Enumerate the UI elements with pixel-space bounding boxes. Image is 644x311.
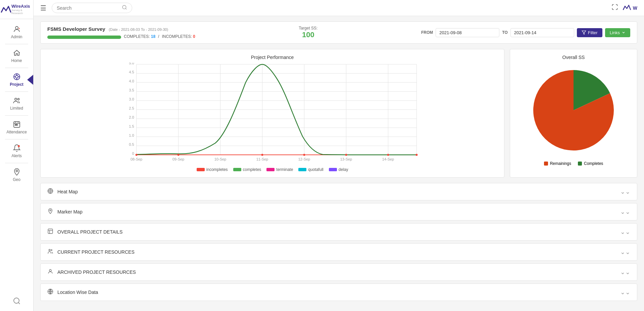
sidebar-divider-4	[5, 115, 28, 116]
svg-point-54	[303, 154, 305, 156]
logo-tagline: Survey & Research	[11, 9, 33, 15]
pie-legend: Remainings Completes	[544, 161, 603, 166]
archived-chevron[interactable]: ⌄	[620, 268, 630, 276]
filter-button[interactable]: Filter	[577, 28, 602, 37]
svg-text:4.0: 4.0	[129, 79, 134, 83]
overall-project-label: OVERALL PROJECT DETAILS	[57, 229, 122, 235]
svg-point-16	[16, 170, 17, 172]
target-value: 100	[299, 30, 317, 39]
svg-text:0.5: 0.5	[129, 142, 134, 146]
sidebar-label-attendance: Attendance	[6, 130, 27, 134]
svg-point-55	[345, 154, 347, 156]
main-content: ☰ W	[34, 0, 644, 311]
svg-rect-13	[15, 124, 16, 125]
svg-text:14-Sep: 14-Sep	[382, 157, 394, 161]
pie-chart-card: Overall SS	[510, 49, 637, 178]
heat-map-label: Heat Map	[57, 189, 78, 194]
incompletes-label: INCOMPLETES: 0	[162, 34, 195, 39]
search-input[interactable]	[57, 5, 120, 11]
sidebar-item-limited[interactable]: Limited	[0, 93, 33, 114]
links-button[interactable]: Links	[605, 28, 630, 37]
sidebar-label-home: Home	[11, 58, 22, 63]
alerts-icon	[13, 144, 21, 152]
completes-label: COMPLETES: 18	[124, 34, 155, 39]
sidebar-item-extra[interactable]	[0, 294, 33, 308]
legend-terminate-label: terminate	[276, 167, 293, 172]
archived-resources-icon	[47, 268, 53, 276]
svg-point-15	[18, 145, 20, 147]
sidebar-divider-5	[5, 139, 28, 139]
logo-name: WireAxis	[11, 4, 33, 9]
sidebar-item-admin[interactable]: Admin	[0, 22, 33, 43]
svg-point-56	[387, 154, 389, 156]
svg-rect-14	[16, 124, 17, 125]
marker-map-chevron[interactable]: ⌄	[620, 208, 630, 215]
quotafull-color	[298, 168, 306, 171]
overall-chevron[interactable]: ⌄	[620, 228, 630, 236]
svg-text:3.0: 3.0	[129, 97, 134, 101]
target-label: Target SS:	[299, 26, 317, 30]
charts-row: Project Performance .axis-label { font-s…	[40, 49, 637, 178]
svg-text:3.5: 3.5	[129, 88, 134, 92]
project-icon	[13, 73, 21, 81]
section-current-resources[interactable]: CURRENT PROJECT RESOURCES ⌄	[40, 243, 637, 261]
section-marker-map[interactable]: Marker Map ⌄	[40, 203, 637, 221]
legend-delay: delay	[329, 167, 348, 172]
from-date-input[interactable]	[436, 28, 499, 37]
marker-map-label: Marker Map	[57, 209, 83, 214]
svg-text:11-Sep: 11-Sep	[256, 157, 268, 161]
svg-point-1	[15, 75, 18, 78]
location-wise-icon	[47, 289, 53, 296]
survey-header: FSMS Developer Survey (Date - 2021-08-03…	[40, 21, 637, 44]
to-date-input[interactable]	[510, 28, 574, 37]
survey-progress-bar	[47, 36, 121, 39]
svg-point-77	[51, 250, 52, 251]
svg-point-18	[122, 5, 126, 9]
heat-map-chevron[interactable]: ⌄	[620, 188, 630, 195]
current-resources-chevron[interactable]: ⌄	[620, 248, 630, 256]
svg-text:4.5: 4.5	[129, 70, 134, 74]
geo-icon	[13, 168, 21, 176]
search-icon[interactable]	[122, 5, 127, 11]
remainings-dot	[544, 162, 548, 166]
section-archived-resources[interactable]: ARCHIVED PROJECT RESOURCES ⌄	[40, 263, 637, 281]
svg-point-72	[50, 210, 51, 211]
svg-point-0	[15, 26, 18, 29]
completes-label: Completes	[584, 161, 603, 166]
section-overall-project[interactable]: OVERALL PROJECT DETAILS ⌄	[40, 223, 637, 241]
chart-container: .axis-label { font-size: 11px; fill: #99…	[46, 63, 499, 165]
section-heat-map[interactable]: Heat Map ⌄	[40, 183, 637, 200]
sidebar-label-admin: Admin	[11, 35, 22, 39]
svg-text:13-Sep: 13-Sep	[340, 157, 352, 161]
legend-delay-label: delay	[339, 167, 348, 172]
sidebar-item-project[interactable]: Project	[0, 69, 33, 90]
line-chart-svg: .axis-label { font-size: 11px; fill: #99…	[46, 63, 499, 163]
section-location-wise[interactable]: Location Wise Data ⌄	[40, 284, 637, 301]
sidebar-divider-6	[5, 163, 28, 163]
chart-title: Project Performance	[46, 55, 499, 60]
fullscreen-icon[interactable]	[611, 4, 618, 12]
survey-info: FSMS Developer Survey (Date - 2021-08-03…	[47, 26, 195, 39]
delay-color	[329, 168, 337, 171]
sidebar-item-alerts[interactable]: Alerts	[0, 141, 33, 162]
svg-point-53	[261, 154, 263, 156]
from-label: FROM	[421, 30, 433, 35]
completes-value: 18	[151, 34, 155, 39]
overall-project-icon	[47, 228, 53, 236]
legend-completes-label: completes	[243, 167, 261, 172]
svg-text:10-Sep: 10-Sep	[214, 157, 226, 161]
svg-point-67	[50, 191, 51, 192]
sidebar-item-attendance[interactable]: Attendance	[0, 117, 33, 138]
topbar-right: W	[611, 3, 637, 13]
completes-dot	[578, 162, 582, 166]
svg-text:08-Sep: 08-Sep	[131, 157, 142, 161]
svg-point-78	[49, 269, 51, 271]
svg-text:1.5: 1.5	[129, 124, 134, 128]
extra-icon	[13, 297, 21, 305]
location-wise-chevron[interactable]: ⌄	[620, 289, 630, 296]
sidebar: WireAxis Survey & Research Admin Home	[0, 0, 34, 311]
hamburger-button[interactable]: ☰	[40, 4, 46, 12]
heat-map-icon	[47, 188, 53, 195]
sidebar-item-geo[interactable]: Geo	[0, 165, 33, 185]
sidebar-item-home[interactable]: Home	[0, 46, 33, 66]
